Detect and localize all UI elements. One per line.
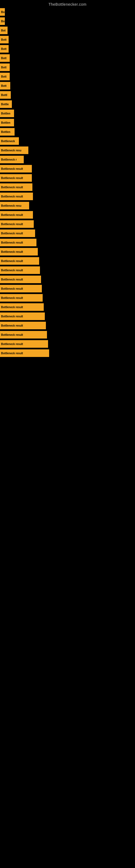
bar-item: Bottleneck result <box>0 165 32 173</box>
bar-row: Bottleneck result <box>0 266 135 275</box>
bar-label: Bottleneck result <box>1 250 23 253</box>
bar-item: Bott <box>0 82 10 90</box>
bar-row: Bott <box>0 82 135 90</box>
bar-label: Bottleneck result <box>1 186 23 189</box>
bar-item: Bottleneck result <box>0 257 39 265</box>
bar-label: Bottleneck resu <box>1 149 21 152</box>
bar-label: Bottleneck result <box>1 324 23 327</box>
bar-item: Bottleneck result <box>0 312 45 320</box>
bar-row: Bott <box>0 63 135 72</box>
bar-row: Bottleneck <box>0 137 135 145</box>
bar-row: Bottleneck result <box>0 303 135 311</box>
bar-item: Bottleneck result <box>0 183 32 191</box>
bar-label: Bott <box>1 66 6 69</box>
site-title: TheBottlenecker.com <box>0 0 135 8</box>
bar-row: Bottle <box>0 100 135 108</box>
bar-label: Bottleneck result <box>1 167 23 170</box>
bar-item: Bott <box>0 45 9 53</box>
bar-row: Bottleneck result <box>0 238 135 247</box>
bar-item: Bottleneck result <box>0 220 34 228</box>
bar-row: Bottleneck result <box>0 312 135 321</box>
bar-label: Bottleneck result <box>1 223 23 226</box>
bar-item: Bottl <box>0 91 11 99</box>
bar-item: Bottleneck result <box>0 331 47 339</box>
bar-label: Bottleneck result <box>1 315 23 318</box>
bar-label: Bott <box>1 57 6 60</box>
bar-row: Bo <box>0 8 135 16</box>
bar-item: Bo <box>0 8 5 16</box>
bar-label: Bott <box>1 38 6 41</box>
bar-item: Bott <box>0 36 9 43</box>
bar-row: Bottleneck result <box>0 164 135 173</box>
bar-item: Bottleneck result <box>0 193 33 200</box>
bar-row: Bott <box>0 44 135 53</box>
bar-item: Bott <box>0 54 10 62</box>
bar-item: Bottleneck result <box>0 211 33 219</box>
bar-row: Bottleneck result <box>0 220 135 228</box>
bar-item: Bottleneck result <box>0 229 35 237</box>
bar-row: Bottleneck result <box>0 330 135 339</box>
bar-label: Bottleneck result <box>1 278 23 281</box>
bar-label: Bottlen <box>1 130 10 133</box>
bar-label: Bottlen <box>1 121 10 124</box>
bar-item: Bottleneck result <box>0 285 42 292</box>
bar-row: Bo <box>0 17 135 26</box>
bar-label: Bottl <box>1 94 7 97</box>
bar-label: Bottlen <box>1 112 10 115</box>
bar-label: Bottleneck result <box>1 306 23 309</box>
bar-row: Bott <box>0 72 135 81</box>
bar-row: Bottleneck r <box>0 155 135 164</box>
bar-label: Bo <box>1 10 5 13</box>
bar-row: Bott <box>0 54 135 62</box>
bar-row: Bottleneck result <box>0 247 135 256</box>
bar-row: Bottleneck result <box>0 183 135 191</box>
bar-row: Bottleneck result <box>0 284 135 293</box>
bar-item: Bottlen <box>0 110 14 117</box>
bar-label: Bottleneck r <box>1 158 17 161</box>
bar-item: Bottle <box>0 100 12 108</box>
bar-row: Bottleneck result <box>0 293 135 302</box>
bar-item: Bottleneck r <box>0 156 24 163</box>
bar-label: Bottleneck result <box>1 177 23 180</box>
bar-row: Bottleneck result <box>0 321 135 330</box>
bar-item: Bo <box>0 18 5 25</box>
bar-item: Bottleneck result <box>0 239 37 246</box>
bar-label: Bottleneck result <box>1 232 23 235</box>
bar-item: Bottleneck result <box>0 322 46 329</box>
bar-label: Bo <box>1 20 5 23</box>
bar-label: Bottleneck result <box>1 343 23 346</box>
bar-label: Bottleneck result <box>1 259 23 262</box>
bar-label: Bottleneck result <box>1 241 23 244</box>
bar-item: Bottleneck result <box>0 349 49 357</box>
bar-item: Bottleneck result <box>0 303 44 311</box>
bar-row: Bottleneck result <box>0 349 135 358</box>
bar-row: Bott <box>0 35 135 44</box>
bar-item: Bottleneck <box>0 137 19 145</box>
bar-item: Bott <box>0 73 10 80</box>
bar-label: Bottle <box>1 103 9 106</box>
bar-row: Bottlen <box>0 109 135 118</box>
bar-row: Bottleneck result <box>0 257 135 265</box>
bars-container: BoBoBotBottBottBottBottBottBottBottlBott… <box>0 8 135 358</box>
bar-item: Bottleneck resu <box>0 202 29 209</box>
bar-label: Bottleneck resu <box>1 204 21 207</box>
bar-item: Bottleneck resu <box>0 147 28 154</box>
bar-label: Bottleneck result <box>1 297 23 300</box>
bar-label: Bottleneck <box>1 140 15 143</box>
bar-label: Bottleneck result <box>1 287 23 290</box>
bar-row: Bottleneck result <box>0 229 135 238</box>
bar-item: Bottlen <box>0 119 14 126</box>
bar-label: Bottleneck result <box>1 195 23 198</box>
bar-row: Bottleneck result <box>0 174 135 182</box>
bar-row: Bottleneck resu <box>0 146 135 155</box>
bar-label: Bottleneck result <box>1 214 23 216</box>
bar-item: Bott <box>0 63 10 71</box>
bar-label: Bott <box>1 84 6 87</box>
bar-label: Bottleneck result <box>1 333 23 336</box>
bar-row: Bottleneck resu <box>0 201 135 210</box>
bar-row: Bot <box>0 26 135 35</box>
bar-item: Bottleneck result <box>0 267 40 274</box>
bar-row: Bottleneck result <box>0 211 135 219</box>
bar-row: Bottlen <box>0 118 135 127</box>
bar-item: Bottleneck result <box>0 340 48 348</box>
